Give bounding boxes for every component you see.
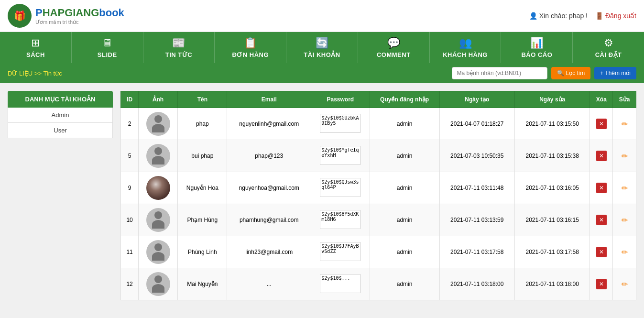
sidebar-item-admin[interactable]: Admin — [8, 108, 113, 123]
table-row: 9 Nguyễn Hoa nguyenhoa@gmail.com $2y$10$… — [121, 172, 636, 204]
delete-button[interactable]: ✕ — [596, 247, 607, 257]
cell-ngay-sua: 2021-07-11 03:15:50 — [514, 108, 589, 140]
tin-tuc-label: TIN TỨC — [165, 51, 192, 58]
edit-button[interactable]: ✏ — [622, 120, 628, 129]
search-input[interactable] — [452, 67, 547, 79]
edit-button[interactable]: ✏ — [622, 152, 628, 161]
nav-item-bao-cao[interactable]: 📊 BÁO CÁO — [501, 32, 573, 63]
cell-id: 2 — [121, 108, 139, 140]
cell-email: nguyenlinh@gmail.com — [227, 108, 311, 140]
cell-name: Nguyễn Hoa — [178, 172, 227, 204]
cell-ngay-tao: 2021-07-11 03:11:48 — [439, 172, 514, 204]
greeting-text: Xin chào: phap ! — [539, 12, 588, 20]
avatar — [146, 240, 170, 264]
table-area: ID Ảnh Tên Email Password Quyền đăng nhậ… — [120, 91, 636, 315]
search-label: Lọc tìm — [566, 70, 585, 77]
cell-password: $2y$10$YgTeIqeYxhH — [311, 140, 370, 172]
tai-khoan-label: TÀI KHOẢN — [304, 51, 340, 58]
cell-ngay-sua: 2021-07-11 03:17:58 — [514, 236, 589, 268]
edit-button[interactable]: ✏ — [622, 248, 628, 257]
nav-item-slide[interactable]: 🖥 SLIDE — [72, 32, 143, 63]
cell-xoa: ✕ — [590, 172, 613, 204]
avatar — [146, 208, 170, 232]
tai-khoan-icon: 🔄 — [316, 37, 328, 49]
cell-avatar — [139, 172, 178, 204]
table-row: 5 bui phap phap@123 $2y$10$YgTeIqeYxhH a… — [121, 140, 636, 172]
edit-button[interactable]: ✏ — [622, 184, 628, 193]
cell-sua: ✏ — [613, 236, 636, 268]
delete-button[interactable]: ✕ — [596, 215, 607, 225]
password-textarea[interactable]: $2y$10$QJsw3sql64P — [320, 178, 360, 197]
col-password: Password — [311, 91, 370, 108]
cell-avatar — [139, 204, 178, 236]
bao-cao-icon: 📊 — [530, 37, 543, 49]
edit-button[interactable]: ✏ — [622, 280, 628, 289]
cell-ngay-sua: 2021-07-11 03:16:15 — [514, 204, 589, 236]
cell-id: 10 — [121, 204, 139, 236]
cell-ngay-tao: 2021-04-07 01:18:27 — [439, 108, 514, 140]
delete-button[interactable]: ✕ — [596, 183, 607, 193]
cell-email: phap@123 — [227, 140, 311, 172]
add-button[interactable]: + Thêm mới — [594, 67, 636, 79]
col-email: Email — [227, 91, 311, 108]
nav-item-don-hang[interactable]: 📋 ĐƠN HÀNG — [215, 32, 286, 63]
nav-item-cai-dat[interactable]: ⚙ CÀI ĐẶT — [573, 32, 644, 63]
cell-sua: ✏ — [613, 172, 636, 204]
password-textarea[interactable]: $2y$10$GUzbkA9IBy5 — [320, 114, 360, 133]
data-table: ID Ảnh Tên Email Password Quyền đăng nhậ… — [120, 91, 636, 300]
main-content: DANH MỤC TÀI KHOẢN Admin User ID Ảnh Tên… — [0, 83, 644, 318]
slide-icon: 🖥 — [102, 37, 112, 49]
cell-name: bui phap — [178, 140, 227, 172]
nav-item-comment[interactable]: 💬 COMMENT — [358, 32, 430, 63]
sidebar-item-user[interactable]: User — [8, 123, 113, 138]
delete-button[interactable]: ✕ — [596, 279, 607, 289]
password-textarea[interactable]: $2y$10$J7FAyBvSdZZ — [320, 242, 360, 261]
cell-ngay-sua: 2021-07-11 03:16:05 — [514, 172, 589, 204]
table-row: 12 Mai Nguyễn ... $2y$10$... admin 2021-… — [121, 268, 636, 300]
delete-button[interactable]: ✕ — [596, 151, 607, 161]
khach-hang-label: KHÁCH HÀNG — [443, 51, 488, 58]
cell-email: phamhung@gmail.com — [227, 204, 311, 236]
header-right: 👤 Xin chào: phap ! 🚪 Đăng xuất — [529, 12, 636, 20]
nav-item-tin-tuc[interactable]: 📰 TIN TỨC — [143, 32, 215, 63]
logo-name: PHAPGIANGbook — [35, 7, 124, 19]
nav-item-khach-hang[interactable]: 👥 KHÁCH HÀNG — [430, 32, 502, 63]
khach-hang-icon: 👥 — [459, 37, 472, 49]
cell-xoa: ✕ — [590, 236, 613, 268]
slide-label: SLIDE — [98, 51, 117, 58]
cell-email: nguyenhoa@gmail.com — [227, 172, 311, 204]
cell-avatar — [139, 108, 178, 140]
breadcrumb-current: Tin tức — [43, 70, 62, 77]
logo-text: PHAPGIANGbook Ươm mầm tri thức — [35, 7, 124, 25]
cell-password: $2y$10$QJsw3sql64P — [311, 172, 370, 204]
password-textarea[interactable]: $2y$10$8Y5dXKm18H6 — [320, 210, 360, 229]
logo-icon: 🎁 — [8, 4, 32, 28]
table-row: 2 phap nguyenlinh@gmail.com $2y$10$GUzbk… — [121, 108, 636, 140]
cell-id: 9 — [121, 172, 139, 204]
cell-quyen: admin — [370, 108, 439, 140]
nav-item-tai-khoan[interactable]: 🔄 TÀI KHOẢN — [286, 32, 358, 63]
cell-ngay-tao: 2021-07-11 03:18:00 — [439, 268, 514, 300]
nav-bar: ⊞ SÁCH 🖥 SLIDE 📰 TIN TỨC 📋 ĐƠN HÀNG 🔄 TÀ… — [0, 32, 644, 63]
cell-avatar — [139, 236, 178, 268]
cell-name: Phạm Hùng — [178, 204, 227, 236]
search-button[interactable]: 🔍 Lọc tìm — [551, 67, 591, 79]
cell-xoa: ✕ — [590, 268, 613, 300]
table-row: 10 Phạm Hùng phamhung@gmail.com $2y$10$8… — [121, 204, 636, 236]
col-quyen: Quyền đăng nhập — [370, 91, 439, 108]
cell-sua: ✏ — [613, 140, 636, 172]
cell-id: 12 — [121, 268, 139, 300]
breadcrumb: DỮ LIỆU >> Tin tức — [8, 70, 62, 77]
logout-button[interactable]: 🚪 Đăng xuất — [595, 12, 636, 20]
comment-label: COMMENT — [377, 51, 411, 58]
delete-button[interactable]: ✕ — [596, 119, 607, 129]
cell-email: linh23@gmail.com — [227, 236, 311, 268]
edit-button[interactable]: ✏ — [622, 216, 628, 225]
password-textarea[interactable]: $2y$10$YgTeIqeYxhH — [320, 146, 360, 165]
cell-ngay-tao: 2021-07-03 10:50:35 — [439, 140, 514, 172]
cell-email: ... — [227, 268, 311, 300]
password-textarea[interactable]: $2y$10$... — [320, 274, 360, 293]
nav-item-sach[interactable]: ⊞ SÁCH — [0, 32, 72, 63]
logout-icon: 🚪 — [595, 12, 603, 20]
col-ngay-sua: Ngày sửa — [514, 91, 589, 108]
